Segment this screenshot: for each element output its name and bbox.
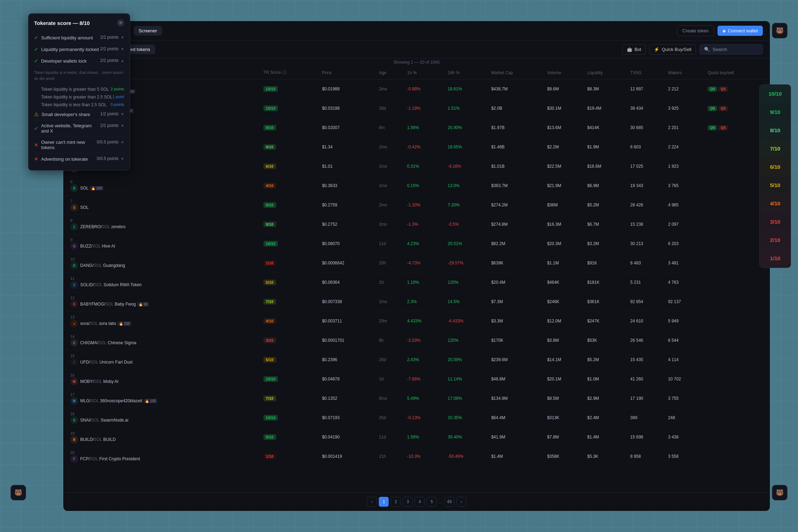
quick-buy-button[interactable]: ⚡ Quick Buy/Sell bbox=[649, 44, 696, 55]
sub-label-2: Token liquidity is greater than 2.5 SOL bbox=[41, 95, 113, 100]
page-49[interactable]: 49 bbox=[445, 497, 454, 507]
search-box[interactable]: 🔍 Search bbox=[700, 44, 763, 55]
score-label-5: Active website, Telegram and X bbox=[41, 123, 100, 134]
col-volume: Volume bbox=[544, 66, 585, 79]
table-row[interactable]: 5 S SOL 6/10 $1.01 2mo 0.31% -9.16% $1.0… bbox=[63, 157, 770, 176]
chevron-4[interactable]: ▼ bbox=[121, 112, 124, 116]
table-row[interactable]: 6 S SOL 🔥 200 4/10 $0.3633 1mo 0.15% 13.… bbox=[63, 176, 770, 196]
cell-rank: 17 M MLG/SOL 360noscope420blazeit 🔥 100 bbox=[63, 389, 261, 408]
quick-buy-btn[interactable]: QB bbox=[708, 106, 717, 111]
col-makers: Makers bbox=[665, 66, 705, 79]
pagination: ‹ 1 2 3 4 5 ... 49 › bbox=[63, 492, 770, 511]
cell-age: 2mo bbox=[376, 79, 404, 99]
score-filter-3[interactable]: 3/10 bbox=[760, 213, 791, 231]
chevron-5[interactable]: ▼ bbox=[121, 124, 124, 128]
page-next[interactable]: › bbox=[457, 497, 466, 507]
cell-age: 28d bbox=[376, 99, 404, 118]
cell-makers: 2 224 bbox=[665, 137, 705, 157]
table-row[interactable]: 11 S SOLID/SOL Solidum RWA Token 5/10 $0… bbox=[63, 273, 770, 292]
cell-score: 10/10 bbox=[261, 408, 319, 428]
table-row[interactable]: 18 S SNAI/SOL SwarmNode.ai 10/10 $0.0719… bbox=[63, 408, 770, 428]
cell-24h: -50.49% bbox=[445, 447, 489, 466]
quick-buy-btn[interactable]: QB bbox=[708, 125, 717, 130]
score-row-advertising: ✕ Advertising on tokerate 0/0.5 points ▼ bbox=[34, 153, 124, 165]
score-filter-1[interactable]: 1/10 bbox=[760, 249, 791, 268]
page-1[interactable]: 1 bbox=[379, 497, 389, 507]
chevron-2[interactable]: ▼ bbox=[121, 47, 124, 51]
score-filter-4[interactable]: 4/10 bbox=[760, 194, 791, 213]
score-panel-close-button[interactable]: ✕ bbox=[117, 19, 124, 26]
cell-price: $0.003711 bbox=[319, 312, 376, 331]
cell-price: $0.04190 bbox=[319, 428, 376, 447]
score-filter-5[interactable]: 5/10 bbox=[760, 176, 791, 194]
table-row[interactable]: 9 B BUZZ/SOL Hive AI 10/10 $0.08070 11d … bbox=[63, 234, 770, 254]
cell-volume: $9.6M bbox=[544, 79, 585, 99]
cell-score: 4/10 bbox=[261, 176, 319, 196]
table-row[interactable]: 8 Z ZEREBRO/SOL zerebro 8/10 $0.2752 2mo… bbox=[63, 215, 770, 234]
table-row[interactable]: 14 C CHIGMA/SOL Chinese Sigma 3/10 $0.00… bbox=[63, 331, 770, 350]
quick-sell-btn[interactable]: QS bbox=[719, 86, 728, 92]
cell-volume: $16.3M bbox=[544, 215, 585, 234]
bot-button[interactable]: 🤖 Bot bbox=[622, 44, 646, 55]
table-row[interactable]: 7 S SOL 9/10 $0.2759 2mo -1.20% 7.20% $2… bbox=[63, 196, 770, 215]
cell-makers: 3 925 bbox=[665, 99, 705, 118]
score-val-2: 2/2 points bbox=[100, 46, 119, 51]
cell-age: 2mo bbox=[376, 157, 404, 176]
chevron-1[interactable]: ▼ bbox=[121, 36, 124, 39]
col-24h: 24h % bbox=[445, 66, 489, 79]
score-filter-9[interactable]: 9/10 bbox=[760, 103, 791, 121]
score-filter-2[interactable]: 2/10 bbox=[760, 231, 791, 249]
page-5[interactable]: 5 bbox=[427, 497, 436, 507]
cell-mcap: $1.01B bbox=[489, 157, 544, 176]
cell-24h: 14.5% bbox=[445, 292, 489, 312]
bot-icon: 🤖 bbox=[627, 47, 632, 52]
score-filter-7[interactable]: 7/10 bbox=[760, 140, 791, 158]
quick-sell-btn[interactable]: QS bbox=[719, 125, 728, 130]
score-filter-10[interactable]: 10/10 bbox=[760, 85, 791, 103]
cell-liquidity: $19.4M bbox=[585, 99, 627, 118]
table-row[interactable]: 13 s sora/SOL sora labs 🔥 100 4/10 $0.00… bbox=[63, 312, 770, 331]
table-row[interactable]: 17 M MLG/SOL 360noscope420blazeit 🔥 100 … bbox=[63, 389, 770, 408]
cell-volume: $12.0M bbox=[544, 312, 585, 331]
cell-rank: 9 B BUZZ/SOL Hive AI bbox=[63, 234, 261, 254]
cell-1h: 1.56% bbox=[404, 428, 445, 447]
table-row[interactable]: 4 S SOL 8/10 $1.34 2mo -0.42% 18.65% $1.… bbox=[63, 137, 770, 157]
table-row[interactable]: 10 D DANG/SOL Guangdang 1/10 $0.0006642 … bbox=[63, 254, 770, 273]
table-row[interactable]: 19 B BUILD/SOL BUILD 9/10 $0.04190 11d 1… bbox=[63, 428, 770, 447]
table-row[interactable]: 20 F FCP/SOL First Crypto President 1/10… bbox=[63, 447, 770, 466]
score-filter-6[interactable]: 6/10 bbox=[760, 158, 791, 176]
chevron-6[interactable]: ▼ bbox=[121, 140, 124, 144]
cell-rank: 8 Z ZEREBRO/SOL zerebro bbox=[63, 215, 261, 234]
table-row[interactable]: 12 B BABYFMOG/SOL Baby Fwog 🔥 50 7/10 $0… bbox=[63, 292, 770, 312]
score-panel: Tokerate score — 8/10 ✕ ✓ Sufficient liq… bbox=[28, 13, 130, 171]
page-2[interactable]: 2 bbox=[391, 497, 401, 507]
quick-buy-btn[interactable]: QB bbox=[708, 86, 717, 92]
page-prev[interactable]: ‹ bbox=[367, 497, 377, 507]
cell-price: $0.0001701 bbox=[319, 331, 376, 350]
table-row[interactable]: 1 S SOL/SOL stfain.com 🔥 1700 10/10 $0.0… bbox=[63, 79, 770, 99]
page-3[interactable]: 3 bbox=[403, 497, 413, 507]
cell-age: 8h bbox=[376, 331, 404, 350]
table-row[interactable]: 16 M MOBY/SOL Moby AI 10/10 $0.04878 1d … bbox=[63, 370, 770, 389]
cell-price: $0.02007 bbox=[319, 118, 376, 137]
create-token-button[interactable]: Create token bbox=[677, 25, 714, 36]
table-row[interactable]: 15 U UFD/SOL Unicorn Fart Dust 5/10 $0.2… bbox=[63, 350, 770, 370]
cell-rank: 20 F FCP/SOL First Crypto President bbox=[63, 447, 261, 466]
chevron-7[interactable]: ▼ bbox=[121, 157, 124, 161]
chevron-3[interactable]: ▲ bbox=[121, 59, 124, 63]
cell-age: 8mo bbox=[376, 389, 404, 408]
table-row[interactable]: 2 S SOL/SOL Penguins 🔥 1500 10/10 $0.031… bbox=[63, 99, 770, 118]
cell-liquidity: $6.7M bbox=[585, 215, 627, 234]
table-row[interactable]: 3 S SOL 🔥 750 9/10 $0.02007 8m 1.56% 20.… bbox=[63, 118, 770, 137]
connect-wallet-button[interactable]: ◈ Connect wallet bbox=[717, 26, 763, 36]
corner-logo-br: 🐻 bbox=[772, 485, 787, 500]
cell-score: 5/10 bbox=[261, 273, 319, 292]
cell-1h: 4.23% bbox=[404, 234, 445, 254]
page-4[interactable]: 4 bbox=[415, 497, 424, 507]
cell-price: $1.01 bbox=[319, 157, 376, 176]
score-filter-8[interactable]: 8/10 bbox=[760, 121, 791, 140]
quick-sell-btn[interactable]: QS bbox=[719, 106, 728, 111]
err-icon-1: ✕ bbox=[34, 142, 38, 148]
score-label-2: Liquidity permanently locked bbox=[41, 47, 99, 52]
nav-item-screener[interactable]: Screener bbox=[134, 26, 162, 36]
